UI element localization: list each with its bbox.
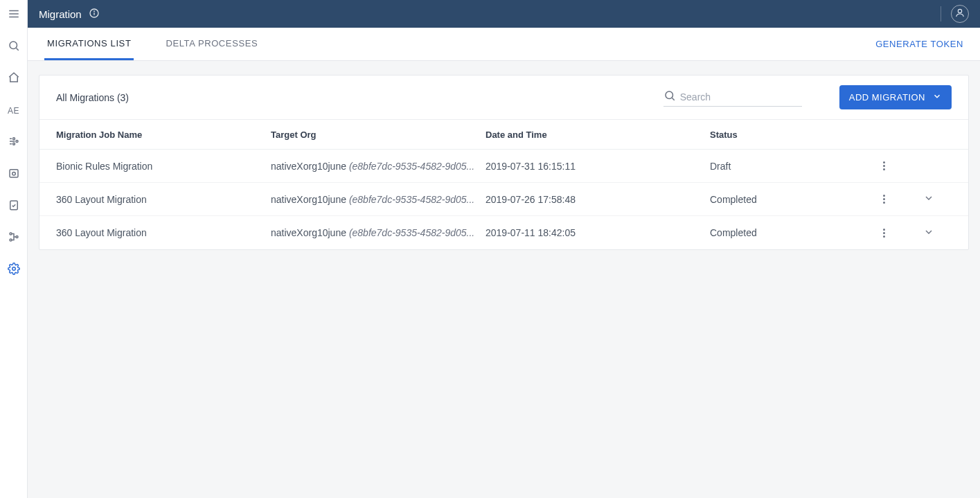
svg-point-11 [10,233,12,235]
cell-name: 360 Layout Migration [56,194,271,205]
row-expand-button[interactable] [908,226,950,240]
svg-point-7 [12,143,15,145]
cell-status: Completed [700,227,859,238]
svg-point-9 [12,172,15,176]
cell-target-org: nativeXorg10june (e8bfe7dc-9535-4582-9d0… [271,194,485,205]
row-actions-button[interactable] [859,161,908,170]
table-row: 360 Layout Migration nativeXorg10june (e… [39,183,968,216]
sidebar-item-tasks[interactable] [6,198,22,215]
kebab-icon [883,229,885,238]
search-input[interactable] [680,91,802,103]
org-name: nativeXorg10june [271,194,349,205]
cell-datetime: 2019-07-26 17:58:48 [485,194,700,205]
hamburger-icon [8,8,20,23]
search-icon [8,39,20,55]
row-expand-button[interactable] [908,193,950,206]
calendar-icon [8,167,20,182]
panel-title: All Migrations (3) [56,92,129,103]
page-title: Migration [39,8,82,20]
home-icon [8,71,20,87]
help-button[interactable] [916,6,931,21]
cell-datetime: 2019-07-31 16:15:11 [485,161,700,172]
cell-name: 360 Layout Migration [56,227,271,238]
svg-point-13 [16,236,18,238]
row-actions-button[interactable] [859,195,908,204]
tab-delta-processes[interactable]: DELTA PROCESSES [163,28,260,60]
cell-status: Draft [700,161,859,172]
search-icon [663,89,680,105]
svg-point-3 [10,42,17,49]
table-header: Migration Job Name Target Org Date and T… [39,119,968,150]
sidebar: AE [0,0,28,498]
col-date: Date and Time [485,130,700,140]
chevron-down-icon [932,91,942,103]
panel-header: All Migrations (3) ADD MIGR [39,75,968,119]
chevron-down-icon [923,193,934,206]
tab-migrations-list[interactable]: MIGRATIONS LIST [44,28,134,60]
col-name: Migration Job Name [56,130,271,140]
org-id: (e8bfe7dc-9535-4582-9d05... [349,161,474,172]
content-area: All Migrations (3) ADD MIGR [28,61,980,498]
clipboard-check-icon [8,199,20,214]
row-actions-button[interactable] [859,229,908,238]
tabs-bar: MIGRATIONS LIST DELTA PROCESSES GENERATE… [28,28,980,61]
svg-point-17 [93,11,94,12]
org-id: (e8bfe7dc-9535-4582-9d05... [349,194,474,205]
page-title-wrap: Migration [39,8,100,21]
cell-target-org: nativeXorg10june (e8bfe7dc-9535-4582-9d0… [271,227,485,238]
chevron-down-icon [923,226,934,240]
svg-point-24 [666,91,673,99]
sidebar-item-search[interactable] [6,39,22,55]
kebab-icon [883,195,885,204]
cell-status: Completed [700,194,859,205]
kebab-icon [883,161,885,170]
map-button[interactable] [891,6,906,21]
main: Migration [28,0,980,498]
migrations-panel: All Migrations (3) ADD MIGR [39,75,969,250]
refresh-button[interactable] [813,90,828,105]
sidebar-item-home[interactable] [6,71,22,87]
tab-label: MIGRATIONS LIST [47,38,131,48]
svg-point-14 [12,267,15,271]
svg-point-23 [958,9,961,12]
svg-point-12 [10,239,12,241]
migrations-table: Migration Job Name Target Org Date and T… [39,119,968,249]
generate-token-label: GENERATE TOKEN [875,39,963,49]
add-migration-label: ADD MIGRATION [849,92,925,103]
org-id: (e8bfe7dc-9535-4582-9d05... [349,227,474,238]
info-icon[interactable] [89,8,100,21]
cell-datetime: 2019-07-11 18:42:05 [485,227,700,238]
ae-label: AE [8,106,19,116]
org-name: nativeXorg10june [271,227,349,238]
topbar-actions [891,5,969,23]
topbar-divider [941,6,941,21]
generate-token-link[interactable]: GENERATE TOKEN [875,39,963,49]
svg-point-5 [12,138,15,140]
sidebar-item-settings[interactable] [6,262,22,278]
search-field[interactable] [663,88,802,107]
cell-name: Bionic Rules Migration [56,161,271,172]
user-avatar[interactable] [951,5,969,23]
svg-line-25 [672,98,674,100]
hierarchy-icon [8,231,20,246]
menu-toggle[interactable] [6,7,22,24]
gear-icon [8,263,20,278]
svg-line-4 [16,48,18,50]
sidebar-item-calendar[interactable] [6,166,22,183]
flow-icon [8,135,20,150]
topbar: Migration [28,0,980,28]
svg-rect-8 [10,170,18,177]
svg-rect-10 [10,201,17,210]
org-name: nativeXorg10june [271,161,349,172]
tab-label: DELTA PROCESSES [166,38,258,48]
sidebar-item-ae[interactable]: AE [6,103,22,119]
cell-target-org: nativeXorg10june (e8bfe7dc-9535-4582-9d0… [271,161,485,172]
table-row: Bionic Rules Migration nativeXorg10june … [39,150,968,183]
sidebar-item-hierarchy[interactable] [6,230,22,247]
col-target: Target Org [271,130,485,140]
user-icon [954,7,965,21]
add-migration-button[interactable]: ADD MIGRATION [839,85,952,109]
svg-point-6 [16,141,18,143]
sidebar-item-journey[interactable] [6,134,22,151]
table-row: 360 Layout Migration nativeXorg10june (e… [39,216,968,249]
